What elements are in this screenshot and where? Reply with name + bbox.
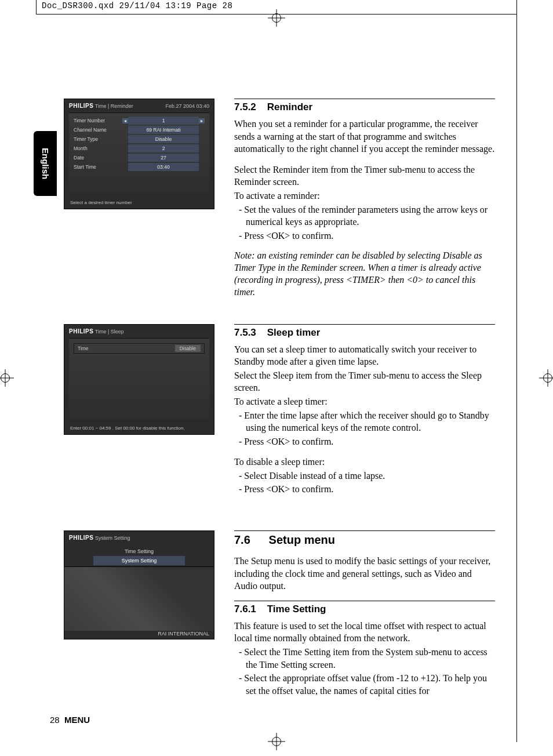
language-tab-text: English: [41, 148, 50, 179]
heading-num: 7.5.2: [234, 101, 264, 113]
para: You can set a sleep timer to automatical…: [234, 343, 495, 368]
heading-num: 7.6: [234, 533, 265, 547]
registration-mark-left: [0, 369, 14, 387]
list-item: Select Disable instead of a time lapse.: [234, 470, 495, 482]
heading-num: 7.6.1: [234, 604, 264, 615]
ss-label-month: Month: [74, 146, 122, 151]
list-item: Enter the time lapse after which the rec…: [234, 409, 495, 434]
registration-mark-bottom: [268, 733, 285, 750]
para: Select the Sleep item from the Timer sub…: [234, 369, 495, 394]
ss-datetime: Feb.27 2004 03:40: [165, 103, 209, 109]
ss-brand: PHILIPS: [69, 328, 93, 335]
heading-num: 7.5.3: [234, 327, 264, 339]
ss-val-date: 27: [128, 154, 199, 162]
para: When you set a reminder for a particular…: [234, 118, 495, 155]
screenshot-setup: PHILIPS System Setting Time Setting Syst…: [64, 530, 214, 639]
ss-breadcrumb: Time | Reminder: [95, 103, 133, 109]
heading-752: 7.5.2 Reminder: [234, 101, 495, 113]
heading-title: Sleep timer: [267, 327, 321, 338]
para: To disable a sleep timer:: [234, 456, 495, 468]
heading-title: Reminder: [267, 101, 312, 112]
chevron-right-icon: ▸: [199, 118, 205, 123]
para: The Setup menu is used to modify the bas…: [234, 555, 495, 593]
menu-item-time-setting: Time Setting: [93, 547, 185, 556]
screenshot-sleep: PHILIPS Time | Sleep Time Disable Enter …: [64, 324, 214, 435]
print-header: Doc_DSR300.qxd 29/11/04 13:19 Page 28: [42, 1, 232, 10]
page-content: PHILIPS Time | Reminder Feb.27 2004 03:4…: [64, 99, 495, 721]
ss-hint: Select a desired timer number: [64, 198, 214, 209]
list: Set the values of the reminder parameter…: [234, 203, 495, 242]
note: Note: an existing reminder can be disabl…: [234, 250, 495, 298]
page-footer: 28 MENU: [50, 715, 90, 725]
para: This feature is used to set the local ti…: [234, 620, 495, 645]
ss-label-timer-number: Timer Number: [74, 118, 122, 123]
heading-title: Setup menu: [269, 533, 335, 546]
ss-label-start-time: Start Time: [74, 164, 122, 170]
chevron-left-icon: ◂: [122, 118, 128, 123]
ss-val-timer-number: 1: [128, 117, 199, 125]
list: Enter the time lapse after which the rec…: [234, 409, 495, 448]
ss-label-time: Time: [78, 346, 89, 351]
heading-76: 7.6 Setup menu: [234, 533, 495, 547]
list-item: Select the appropriate offset value (fro…: [234, 672, 495, 697]
section-752: PHILIPS Time | Reminder Feb.27 2004 03:4…: [64, 99, 495, 308]
screenshot-reminder: PHILIPS Time | Reminder Feb.27 2004 03:4…: [64, 99, 214, 209]
section-753: PHILIPS Time | Sleep Time Disable Enter …: [64, 324, 495, 504]
menu-item-system-setting: System Setting: [93, 556, 185, 565]
list-item: Press <OK> to confirm.: [234, 230, 495, 242]
section-76: PHILIPS System Setting Time Setting Syst…: [64, 530, 495, 705]
list-item: Press <OK> to confirm.: [234, 483, 495, 496]
ss-val-channel: 69 RAI Internati: [128, 126, 199, 134]
ss-channel-logo: RAI INTERNATIONAL: [64, 631, 214, 639]
heading-761: 7.6.1 Time Setting: [234, 604, 495, 615]
para: To activate a sleep timer:: [234, 395, 495, 408]
ss-val-start-time: 03:40: [128, 163, 199, 171]
list: Select the Time Setting item from the Sy…: [234, 646, 495, 697]
trim-tick-top-right: [516, 0, 517, 14]
list-item: Select the Time Setting item from the Sy…: [234, 646, 495, 671]
ss-brand: PHILIPS: [69, 103, 93, 109]
ss-breadcrumb: Time | Sleep: [95, 329, 124, 335]
list-item: Press <OK> to confirm.: [234, 435, 495, 448]
para: To activate a reminder:: [234, 190, 495, 202]
ss-label-timer-type: Timer Type: [74, 136, 122, 142]
para: Select the Reminder item from the Timer …: [234, 163, 495, 188]
ss-val-month: 2: [128, 144, 199, 152]
ss-breadcrumb: System Setting: [95, 535, 130, 541]
registration-mark-top: [268, 9, 285, 27]
ss-val-timer-type: Disable: [128, 135, 199, 143]
language-tab: English: [34, 131, 57, 196]
footer-section: MENU: [64, 715, 90, 725]
trim-line-right: [516, 14, 517, 742]
list: Select Disable instead of a time lapse. …: [234, 470, 495, 496]
heading-753: 7.5.3 Sleep timer: [234, 327, 495, 339]
ss-label-date: Date: [74, 155, 122, 161]
ss-val-time: Disable: [175, 345, 201, 352]
page: Doc_DSR300.qxd 29/11/04 13:19 Page 28 En…: [0, 0, 553, 756]
heading-title: Time Setting: [267, 604, 326, 615]
registration-mark-right: [539, 369, 553, 387]
ss-brand: PHILIPS: [69, 535, 93, 541]
ss-label-channel: Channel Name: [74, 127, 122, 133]
trim-tick-top-left: [36, 0, 37, 14]
ss-background-image: [64, 566, 214, 631]
ss-hint: Enter 00:01 ~ 04:59 . Set 00:00 for disa…: [64, 423, 214, 434]
list-item: Set the values of the reminder parameter…: [234, 203, 495, 228]
page-number: 28: [50, 715, 60, 725]
